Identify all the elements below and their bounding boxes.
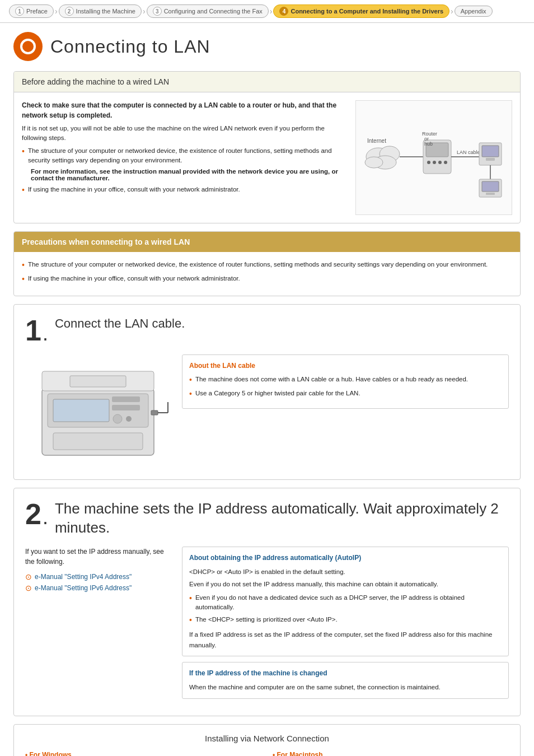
svg-rect-28 [112,405,140,410]
step2-section: 2 . The machine sets the IP address auto… [13,488,521,716]
step2-left: If you want to set the IP address manual… [25,547,171,595]
step1-image-area [25,354,171,468]
network-footer: Installing via Network Connection • For … [13,724,521,756]
before-bullet-text-1: The structure of your computer or networ… [28,146,344,166]
svg-text:hub: hub [424,141,433,147]
svg-point-30 [126,416,132,422]
network-footer-cols: • For Windows ⊙ Installing via Network C… [25,751,509,756]
ip-changed-title: If the IP address of the machine is chan… [189,668,502,679]
breadcrumb-item-3[interactable]: 3 Configuring and Connecting the Fax [147,4,269,18]
step2-title: The machine sets the IP address automati… [55,500,509,538]
before-bullet-1: • The structure of your computer or netw… [22,146,344,166]
step1-dot: . [43,321,48,346]
autoip-text2: Even if you do not set the IP address ma… [189,579,502,589]
page-title-icon [13,32,43,61]
precautions-bullet-dot-2: • [22,273,25,285]
before-adding-layout: Check to make sure that the computer is … [22,100,512,215]
bullet-dot-1: • [22,146,25,166]
svg-rect-25 [53,399,109,422]
step1-section: 1 . Connect the LAN cable. [13,304,521,480]
lan-diagram: Internet [355,100,512,215]
step-num-1: 1 [15,7,24,16]
precautions-bullet-dot-1: • [22,259,25,271]
autoip-bullet-2: • The <DHCP> setting is prioritized over… [189,615,502,626]
breadcrumb-item-5[interactable]: Appendix [455,6,493,17]
autoip-title: About obtaining the IP address automatic… [189,553,502,563]
svg-rect-22 [486,193,495,195]
precautions-bullet-2: • If using the machine in your office, c… [22,274,512,285]
autoip-bullet-1: • Even if you do not have a dedicated de… [189,593,502,613]
breadcrumb-item-2[interactable]: 2 Installing the Machine [59,4,142,18]
svg-rect-26 [53,433,143,450]
step2-link2[interactable]: ⊙ e-Manual "Setting IPv6 Address" [25,584,171,592]
svg-rect-17 [482,146,499,157]
main-content: Connecting to LAN Before adding the mach… [0,23,534,756]
step2-dot: . [43,505,48,529]
breadcrumb-label-4: Connecting to a Computer and Installing … [291,8,443,15]
autoip-text3: If a fixed IP address is set as the IP a… [189,629,502,650]
breadcrumb-label-2: Installing the Machine [76,8,135,15]
step1-title: Connect the LAN cable. [55,316,185,332]
autoip-bullet-text-1: Even if you do not have a dedicated devi… [195,593,502,613]
step1-header: 1 . Connect the LAN cable. [25,316,509,346]
precautions-section: Precautions when connecting to a wired L… [13,231,521,296]
windows-label: • For Windows [25,751,72,756]
breadcrumb-arrow-4: › [449,7,455,16]
step1-info-title: About the LAN cable [189,361,502,371]
step1-info-bullet-1: • The machine does not come with a LAN c… [189,375,502,386]
step1-info-bullet-text-1: The machine does not come with a LAN cab… [195,375,502,386]
svg-point-29 [113,414,122,423]
svg-rect-31 [151,410,158,415]
svg-rect-35 [70,376,126,387]
step2-link1[interactable]: ⊙ e-Manual "Setting IPv4 Address" [25,572,171,581]
precautions-content: • The structure of your computer or netw… [14,252,520,296]
step1-info: About the LAN cable • The machine does n… [182,354,509,414]
autoip-bullet-dot-2: • [189,614,192,626]
step-num-4: 4 [279,7,288,16]
svg-rect-27 [112,396,140,402]
network-footer-title: Installing via Network Connection [25,734,509,743]
breadcrumb-label-5: Appendix [461,8,486,15]
step1-bullet-dot-2: • [189,388,192,400]
step1-num: 1 [25,316,41,345]
before-adding-header: Before adding the machine to a wired LAN [14,72,520,92]
breadcrumb-arrow-3: › [269,7,274,16]
ip-changed-box: If the IP address of the machine is chan… [182,662,509,699]
step2-right: About obtaining the IP address automatic… [182,547,509,704]
svg-point-3 [365,157,383,168]
precautions-bullet-text-2: If using the machine in your office, con… [28,274,512,285]
breadcrumb-label-1: Preface [26,8,48,15]
step2-body-text: If you want to set the IP address manual… [25,547,171,567]
step-num-3: 3 [153,7,162,16]
step2-num: 2 [25,500,41,529]
breadcrumb-label-3: Configuring and Connecting the Fax [164,8,263,15]
autoip-box: About obtaining the IP address automatic… [182,547,509,656]
svg-rect-18 [486,158,495,161]
lan-svg: Internet [362,106,507,207]
svg-rect-21 [482,181,499,192]
step2-link1-text: e-Manual "Setting IPv4 Address" [35,573,132,581]
emanual-icon-2: ⊙ [25,584,32,592]
page-title-section: Connecting to LAN [13,32,521,61]
emanual-icon-1: ⊙ [25,572,32,581]
step2-layout: If you want to set the IP address manual… [25,547,509,704]
breadcrumb-item-1[interactable]: 1 Preface [9,4,54,18]
step2-header: 2 . The machine sets the IP address auto… [25,500,509,538]
autoip-text1: <DHCP> or <Auto IP> is enabled in the de… [189,567,502,577]
step1-number: 1 . [25,316,48,346]
step1-info-bullet-2: • Use a Category 5 or higher twisted pai… [189,389,502,400]
mac-col: • For Macintosh ⊙ Installing the Softwar… [273,751,509,756]
before-bold-text: Check to make sure that the computer is … [22,100,344,120]
ip-changed-text: When the machine and computer are on the… [189,682,502,692]
breadcrumb-item-4[interactable]: 4 Connecting to a Computer and Installin… [273,4,449,18]
before-intro-text: If it is not set up, you will not be abl… [22,124,344,143]
step2-link2-text: e-Manual "Setting IPv6 Address" [35,584,132,592]
before-adding-content: Check to make sure that the computer is … [14,92,520,223]
precautions-header: Precautions when connecting to a wired L… [14,232,520,252]
autoip-bullet-text-2: The <DHCP> setting is prioritized over <… [195,615,502,626]
internet-label: Internet [367,138,386,144]
breadcrumb-arrow-2: › [142,7,147,16]
page-title: Connecting to LAN [50,36,210,57]
step1-machine-svg [25,354,171,466]
step2-number: 2 . [25,500,48,529]
